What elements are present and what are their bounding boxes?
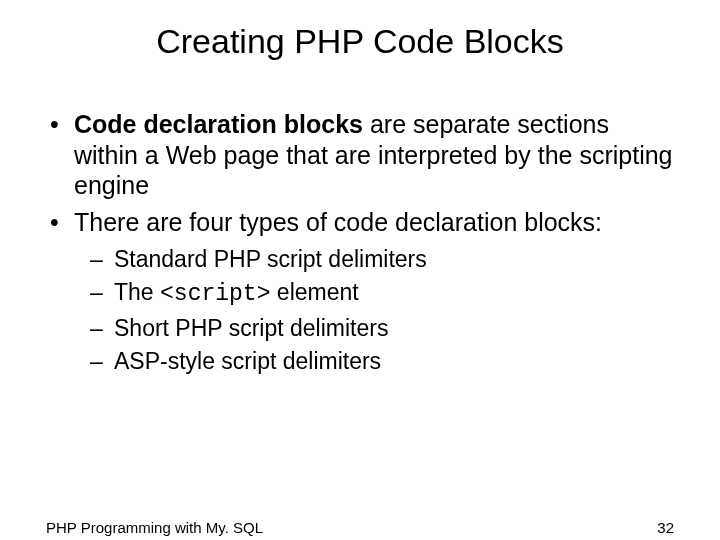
footer-left: PHP Programming with My. SQL: [46, 519, 263, 536]
bullet-item: Code declaration blocks are separate sec…: [46, 109, 674, 201]
bullet-bold-prefix: Code declaration blocks: [74, 110, 363, 138]
sub-bullet-item: Short PHP script delimiters: [86, 312, 674, 345]
sub-bullet-post: element: [270, 279, 358, 305]
sub-bullet-text: ASP-style script delimiters: [114, 348, 381, 374]
sub-bullet-text: Short PHP script delimiters: [114, 315, 388, 341]
sub-bullet-text: Standard PHP script delimiters: [114, 246, 427, 272]
slide: Creating PHP Code Blocks Code declaratio…: [0, 22, 720, 540]
bullet-item: There are four types of code declaration…: [46, 207, 674, 379]
slide-title: Creating PHP Code Blocks: [0, 22, 720, 61]
sub-bullet-list: Standard PHP script delimiters The <scri…: [74, 243, 674, 378]
sub-bullet-pre: The: [114, 279, 160, 305]
sub-bullet-item: The <script> element: [86, 276, 674, 311]
sub-bullet-item: Standard PHP script delimiters: [86, 243, 674, 276]
sub-bullet-code: <script>: [160, 281, 270, 307]
sub-bullet-item: ASP-style script delimiters: [86, 345, 674, 378]
bullet-text: There are four types of code declaration…: [74, 208, 602, 236]
slide-body: Code declaration blocks are separate sec…: [0, 109, 720, 378]
bullet-list: Code declaration blocks are separate sec…: [46, 109, 674, 378]
page-number: 32: [657, 519, 674, 536]
